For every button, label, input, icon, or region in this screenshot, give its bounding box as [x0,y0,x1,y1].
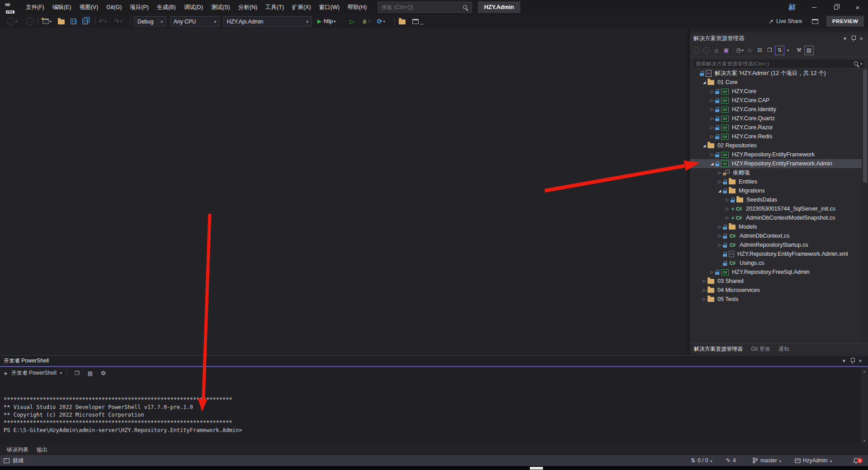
notifications-button[interactable]: 1 [853,455,859,466]
expander-icon[interactable] [701,297,708,301]
forward-button[interactable]: → [702,46,711,55]
home-button[interactable]: ⌂ [712,46,721,55]
preview-selected-items-toggle[interactable]: ▤ [804,46,814,55]
save-button[interactable] [71,14,76,28]
search-icon[interactable] [462,5,468,10]
tree-item[interactable]: + 03 Shared [690,277,862,286]
quick-search-box[interactable] [378,2,472,13]
hot-reload-button[interactable]: ▾ [362,14,370,28]
scroll-down-icon[interactable]: ▾ [863,438,866,443]
menu-item[interactable]: 工具(T) [261,0,288,14]
tree-item[interactable]: + HZY.Core [690,87,862,96]
collapse-all-button[interactable]: ⊟ [755,46,764,55]
expander-icon[interactable] [717,170,723,175]
unpushed-edits-status[interactable]: ✎ 4 [726,455,736,466]
tree-item[interactable]: + Migrations [690,186,862,195]
git-repository-status[interactable]: HzyAdmin ▴ [795,455,832,466]
expander-icon[interactable] [717,188,723,193]
live-share-button[interactable]: ↗Live Share [769,14,802,28]
navigate-forward-button[interactable]: → [26,14,34,28]
expander-icon[interactable] [709,98,715,103]
tree-item[interactable]: + 依赖项 [690,168,862,177]
tree-item[interactable]: + HZY.Repository.EntityFramework [690,150,862,159]
tool-window-tab[interactable]: 输出 [33,444,52,455]
configuration-dropdown[interactable]: Debug▾ [134,16,166,27]
start-debug-button[interactable]: ▶http▾ [317,14,335,28]
menu-item[interactable]: Git(G) [102,0,126,14]
redo-button[interactable]: ↷▾ [114,14,122,28]
preview-features-button[interactable]: PREVIEW [826,16,864,27]
expander-icon[interactable] [724,197,731,202]
tree-item[interactable]: + Entities [690,177,862,186]
expander-icon[interactable] [709,270,715,274]
menu-item[interactable]: 视图(V) [75,0,103,14]
tree-item[interactable]: + AdminRepositoryStartup.cs [690,240,862,249]
menu-item[interactable]: 调试(D) [180,0,207,14]
expander-icon[interactable] [717,225,723,229]
terminal-settings-button[interactable]: ⚙ [99,368,108,378]
tree-item[interactable]: + HZY.Core.Razor [690,123,862,132]
menu-item[interactable]: 窗口(W) [315,0,344,14]
menu-item[interactable]: 分析(N) [234,0,261,14]
expander-icon[interactable] [709,161,715,166]
tree-item[interactable]: + HZY.Repository.EntityFramework.Admin [690,159,862,168]
startup-project-dropdown[interactable]: HZY.Api.Admin▾ [223,16,312,27]
menu-item[interactable]: 测试(S) [207,0,234,14]
tool-window-tab[interactable]: 通知 [774,344,793,354]
find-in-files-button[interactable] [399,14,406,28]
tree-item[interactable]: + HZY.Repository.FreeSql.Admin [690,268,862,277]
expander-icon[interactable] [701,288,708,292]
platform-dropdown[interactable]: Any CPU▾ [170,16,220,27]
tree-item[interactable]: + 05 Tests [690,295,862,304]
restore-button[interactable] [826,0,846,14]
tree-item[interactable]: + Usings.cs [690,258,862,268]
tree-item[interactable]: + HZY.Repository.EntityFramework.Admin.x… [690,249,862,258]
terminal-output[interactable]: ****************************************… [0,379,858,443]
solution-search-box[interactable]: ▾ [693,59,865,69]
menu-item[interactable]: 生成(B) [153,0,180,14]
expander-icon[interactable] [701,143,708,148]
scroll-up-icon[interactable]: ▴ [863,369,866,373]
close-window-button[interactable]: × [847,0,868,14]
terminal-instance-dropdown[interactable]: 开发者 PowerShell▾ [11,369,62,377]
solution-search-input[interactable] [696,61,854,66]
show-all-files-button[interactable]: ❐ [765,46,774,55]
tree-item[interactable]: + HZY.Core.Identity [690,105,862,114]
split-terminal-button[interactable]: ❐ [72,368,82,378]
close-panel-button[interactable]: × [856,357,864,365]
clipboard-button[interactable]: ▤ [85,368,95,378]
properties-button[interactable]: ⚒ [794,46,804,55]
save-all-button[interactable] [82,14,88,28]
window-position-button[interactable]: ▾ [840,357,848,365]
window-position-button[interactable]: ▾ [841,34,849,42]
expander-icon[interactable] [717,243,723,247]
tool-window-tab[interactable]: 解决方案资源管理器 [690,344,747,354]
tree-item[interactable]: + AdminDbContextModelSnapshot.cs [690,213,862,222]
refresh-button[interactable]: ⟳▾ [377,14,385,28]
tool-window-tab[interactable]: Git 更改 [747,344,774,354]
expander-icon[interactable] [717,179,723,184]
expander-icon[interactable] [701,80,708,85]
new-project-button[interactable]: ▾ [42,14,52,28]
menu-item[interactable]: 文件(F) [22,0,48,14]
menu-item[interactable]: 扩展(X) [288,0,315,14]
tree-item[interactable]: + AdminDbContext.cs [690,231,862,240]
sync-with-active-document-toggle[interactable]: ⇅ [775,46,784,55]
quick-search-input[interactable] [382,4,462,10]
expander-icon[interactable] [709,107,715,112]
scrollbar-thumb[interactable] [863,70,867,183]
sync-dropdown[interactable]: ▾ [785,46,790,55]
editor-area[interactable] [0,28,687,355]
switch-views-button[interactable]: ▣ [722,46,731,55]
undo-button[interactable]: ↶▾ [99,14,107,28]
tree-scrollbar[interactable] [862,69,868,343]
menu-item[interactable]: 编辑(E) [48,0,75,14]
tree-item[interactable]: + HZY.Core.Quartz [690,114,862,123]
search-icon[interactable] [854,61,859,67]
commit-sync-status[interactable]: ⇅ 0 / 0 ▴ [691,455,712,466]
tree-item[interactable]: + 02 Repositories [690,141,862,150]
start-without-debug-button[interactable]: ▷ [350,14,354,28]
tree-item[interactable]: + SeedsDatas [690,195,862,204]
feedback-button[interactable] [812,14,818,28]
minimize-button[interactable] [804,0,825,14]
